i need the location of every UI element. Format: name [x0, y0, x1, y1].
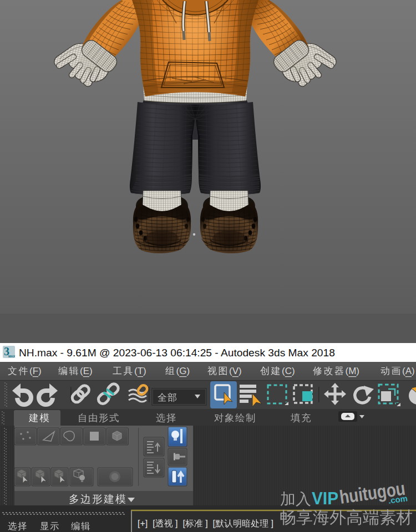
svg-text:A): A): [405, 366, 415, 376]
svg-text:] [: ] [: [173, 519, 186, 528]
svg-text:MAX: MAX: [8, 355, 16, 358]
svg-text:M): M): [348, 366, 359, 376]
svg-text:E): E): [83, 366, 93, 376]
svg-text:V): V): [232, 366, 242, 376]
svg-text:G): G): [179, 366, 190, 376]
svg-text:.com: .com: [388, 493, 408, 505]
svg-text:C): C): [285, 366, 295, 376]
svg-text:T): T): [138, 366, 146, 376]
svg-text:[+] [: [+] [: [138, 519, 155, 528]
svg-text:NH.max - 9.61M @ 2023-06-13 06: NH.max - 9.61M @ 2023-06-13 06:14:25 - A…: [19, 347, 335, 359]
svg-text:] [: ] [: [203, 519, 216, 528]
svg-text:F): F): [33, 366, 42, 376]
svg-text:]: ]: [268, 519, 273, 528]
svg-text:VIP: VIP: [312, 489, 338, 508]
